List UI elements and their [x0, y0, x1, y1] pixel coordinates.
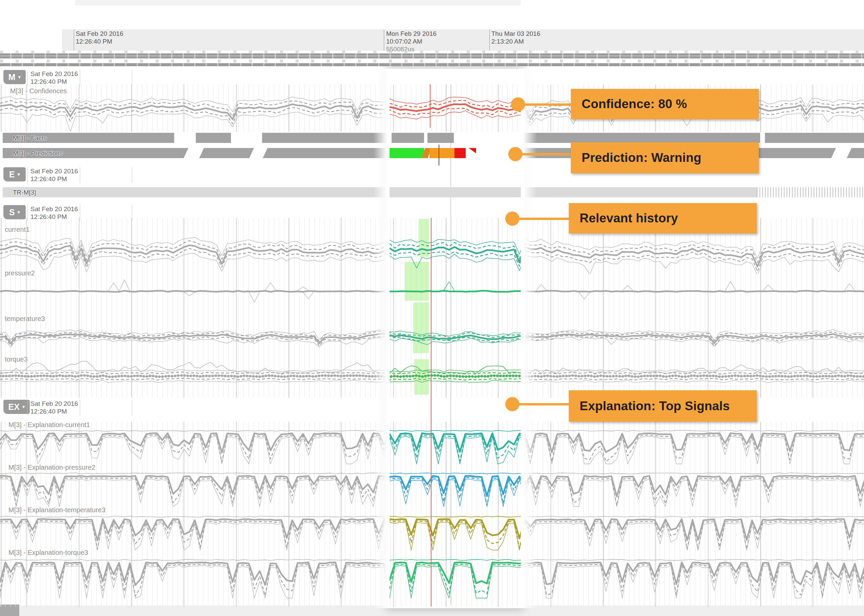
section-timestamp: Sat Feb 20 201612:26:40 PM [30, 168, 78, 183]
callout-connector-line [518, 104, 571, 106]
section-button-label: M [8, 72, 16, 82]
timeline-date-line2: 2:13:20 AM [491, 38, 541, 46]
callout-dot [511, 97, 525, 112]
timeline-date-line1: Sat Feb 20 2016 [76, 30, 123, 38]
prediction-state-normal [389, 148, 424, 158]
facts-bar-segment[interactable] [521, 133, 760, 143]
section-timestamp-line: Sat Feb 20 2016 [30, 70, 78, 78]
signal-chart-ex-temperature3[interactable] [0, 505, 864, 551]
signal-label-ex-torque3: M[3] - Explanation-torque3 [8, 549, 88, 556]
facts-bar-segment[interactable] [196, 133, 231, 143]
signal-chart-ex-torque3[interactable] [0, 547, 864, 599]
facts-bar-segment[interactable] [427, 133, 454, 143]
section-dropdown-button-s[interactable]: S▾ [3, 205, 26, 219]
predictions-bar-segment[interactable] [847, 148, 864, 158]
section-button-label: S [9, 207, 15, 217]
prediction-state-warning [429, 148, 454, 158]
signal-chart-temperature3[interactable] [0, 313, 864, 357]
section-dropdown-button-e[interactable]: E▾ [3, 167, 26, 181]
section-header-separator [27, 70, 28, 86]
section-dropdown-button-ex[interactable]: EX▾ [3, 400, 30, 414]
facts-bar-segment[interactable] [392, 133, 424, 143]
signal-label-current1: current1 [5, 226, 29, 234]
section-timestamp: Sat Feb 20 201612:26:40 PM [30, 206, 78, 221]
section-dropdown-button-m[interactable]: M▾ [3, 70, 26, 84]
timeseries-monitoring-app: Sat Feb 20 201612:26:40 PMMon Feb 29 201… [0, 0, 864, 616]
predictions-bar-label: M[3] - Predictions [13, 150, 63, 157]
section-header-separator [132, 400, 132, 416]
callout-dot [505, 212, 519, 226]
chevron-down-icon: ▾ [22, 404, 25, 410]
callout-connector-line [516, 153, 571, 156]
timeline-boundary-line [74, 30, 74, 51]
signal-label-ex-current1: M[3] - Explanation-current1 [8, 421, 90, 429]
overview-bar-3[interactable] [0, 63, 864, 66]
signal-label-temperature3: temperature3 [5, 315, 45, 323]
callout-dot [508, 147, 522, 161]
time-cursor-line[interactable] [430, 85, 430, 128]
predictions-bar-segment[interactable] [263, 148, 388, 158]
section-timestamp-line: 12:26:40 PM [30, 175, 78, 183]
tr-bar-hatch[interactable] [757, 187, 864, 197]
callout-label: Confidence: 80 % [582, 97, 687, 111]
signal-label-confidences: M[3] - Confidences [10, 87, 67, 95]
chevron-down-icon: ▾ [17, 209, 20, 215]
top-toolbar-strip [75, 0, 521, 5]
overview-bar-2[interactable] [0, 56, 864, 58]
tr-bar[interactable] [3, 187, 757, 197]
timeline-date-label: Thu Mar 03 20162:13:20 AM [491, 30, 541, 46]
section-header-separator [27, 167, 28, 183]
section-header-separator [80, 205, 80, 221]
timeline-boundary-line [489, 30, 490, 51]
tr-bar-label: TR-M[3] [13, 189, 36, 196]
timeline-date-line1: Mon Feb 29 2016 [386, 30, 437, 38]
callout-box: Relevant history [569, 203, 757, 234]
timeline-date-label: Sat Feb 20 201612:26:40 PM [76, 30, 123, 46]
section-header-separator [132, 167, 132, 183]
section-header-separator [27, 205, 28, 221]
callout-label: Explanation: Top Signals [580, 399, 730, 413]
section-header-separator [132, 70, 132, 86]
timeline-header[interactable] [62, 30, 864, 51]
signal-label-pressure2: pressure2 [5, 269, 35, 277]
section-header-separator [27, 400, 28, 416]
signal-label-ex-pressure2: M[3] - Explanation-pressure2 [8, 464, 95, 471]
time-cursor-line[interactable] [438, 145, 439, 166]
chevron-down-icon: ▾ [18, 74, 21, 80]
section-header-separator [80, 167, 80, 183]
section-timestamp-line: Sat Feb 20 2016 [30, 168, 78, 175]
section-header-separator [132, 205, 132, 221]
timeline-boundary-line [384, 30, 384, 51]
time-cursor-line[interactable] [431, 218, 432, 607]
section-header-separator [80, 400, 80, 416]
section-timestamp-line: Sat Feb 20 2016 [30, 400, 78, 408]
overview-bar-1[interactable] [0, 53, 864, 56]
callout-connector-line [512, 403, 569, 405]
overview-tick-row[interactable] [0, 51, 864, 53]
signal-chart-ex-current1[interactable] [0, 420, 864, 465]
timeline-date-line2: 12:26:40 PM [76, 38, 123, 46]
facts-bar-label: M[3] - Facts [13, 135, 47, 142]
prediction-state-alarm [454, 148, 466, 158]
signal-chart-ex-pressure2[interactable] [0, 462, 864, 507]
predictions-bar-segment[interactable] [199, 148, 254, 158]
chevron-down-icon: ▾ [17, 171, 20, 178]
section-timestamp: Sat Feb 20 201612:26:40 PM [30, 400, 78, 416]
callout-label: Relevant history [580, 211, 678, 225]
callout-connector-line [512, 218, 569, 220]
timeline-date-line1: Thu Mar 03 2016 [491, 30, 541, 38]
callout-box: Explanation: Top Signals [569, 390, 757, 422]
callout-dot [505, 397, 519, 411]
section-timestamp-line: 12:26:40 PM [30, 213, 78, 221]
callout-box: Prediction: Warning [571, 142, 759, 173]
section-button-label: EX [8, 402, 20, 412]
signal-chart-pressure2[interactable] [0, 267, 864, 311]
timeline-date-label: Mon Feb 29 201610:07:02 AM550082us [386, 30, 437, 53]
section-timestamp: Sat Feb 20 201612:26:40 PM [30, 70, 78, 86]
callout-box: Confidence: 80 % [571, 89, 759, 119]
facts-bar-segment[interactable] [765, 133, 864, 143]
facts-bar-segment[interactable] [262, 133, 388, 143]
signal-label-torque3: torque3 [5, 355, 28, 363]
overview-tick-row[interactable] [0, 60, 864, 63]
section-button-label: E [9, 170, 15, 179]
